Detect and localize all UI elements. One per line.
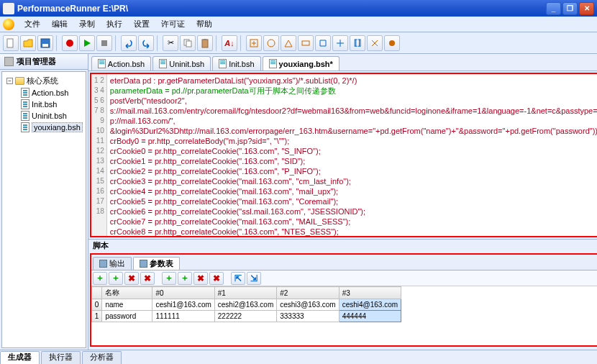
menu-settings[interactable]: 设置: [128, 17, 155, 31]
script-icon: [219, 59, 227, 68]
paste-button[interactable]: [197, 35, 213, 51]
tree-root-label: 核心系统: [27, 76, 58, 86]
tab-params[interactable]: 参数表: [133, 257, 180, 270]
play-button[interactable]: [79, 35, 95, 51]
sidebar-header: 项目管理器: [0, 54, 88, 70]
code-area[interactable]: eterData pd : pr.getParameterDataList("y…: [107, 74, 597, 236]
save-button[interactable]: [37, 35, 53, 51]
import-button[interactable]: ⇱: [231, 272, 245, 285]
titlebar: PerformanceRunner E:\PR\ _ ❐ ✕: [0, 0, 597, 17]
tree-item-init[interactable]: Init.bsh: [4, 99, 84, 110]
svg-rect-0: [7, 39, 13, 47]
clear-button-2[interactable]: ✖: [209, 272, 224, 285]
undo-button[interactable]: [121, 35, 137, 51]
script-icon: [269, 59, 277, 68]
menubar: 文件 编辑 录制 执行 设置 许可证 帮助: [0, 17, 597, 32]
project-tree[interactable]: − 核心系统 Action.bsh Init.bsh Uninit.bsh yo…: [1, 71, 86, 348]
tree-root[interactable]: − 核心系统: [4, 75, 84, 87]
menu-record[interactable]: 录制: [73, 17, 101, 31]
export-button[interactable]: ⇲: [247, 272, 261, 285]
tab-youxiang[interactable]: youxiang.bsh*: [263, 56, 339, 70]
svg-point-10: [268, 40, 275, 47]
tab-init[interactable]: Init.bsh: [212, 56, 260, 70]
menu-help[interactable]: 帮助: [191, 17, 218, 31]
svg-rect-2: [42, 44, 48, 47]
script-tab-label[interactable]: 脚本: [88, 239, 597, 252]
add-col-button-2[interactable]: ＋: [178, 272, 192, 285]
tool-4[interactable]: [298, 35, 314, 51]
app-logo-icon: [3, 19, 14, 30]
svg-rect-8: [204, 39, 206, 40]
bottom-panel: 输出 参数表 ＋ ＋ ✖ ✖ ＋ ＋ ✖ ✖ ⇱ ⇲ 名称#0#1#2#30na…: [90, 253, 597, 347]
footer-tab-executor[interactable]: 执行器: [41, 351, 81, 364]
delete-button[interactable]: ✖: [124, 272, 139, 285]
tool-9[interactable]: [384, 35, 400, 51]
footer-tabbar: 生成器 执行器 分析器: [0, 350, 597, 364]
toolbar: ✂ A↓ ⟦⟧: [0, 32, 597, 54]
footer-tab-generator[interactable]: 生成器: [0, 351, 40, 364]
sidebar: 项目管理器 − 核心系统 Action.bsh Init.bsh Uninit.…: [0, 54, 88, 350]
copy-button[interactable]: [180, 35, 196, 51]
add-row-button-2[interactable]: ＋: [162, 272, 176, 285]
tab-action[interactable]: Action.bsh: [91, 56, 151, 70]
tool-7[interactable]: ⟦⟧: [350, 35, 365, 51]
code-editor[interactable]: 1 2 3 4 5 6 7 8 9 10 11 12 13 14 15 16 1…: [90, 73, 597, 237]
param-toolbar: ＋ ＋ ✖ ✖ ＋ ＋ ✖ ✖ ⇱ ⇲: [91, 270, 597, 286]
sidebar-title: 项目管理器: [17, 56, 56, 67]
tree-item-action[interactable]: Action.bsh: [4, 87, 84, 99]
menu-run[interactable]: 执行: [101, 17, 128, 31]
clear-button[interactable]: ✖: [140, 272, 155, 285]
close-button[interactable]: ✕: [579, 2, 594, 15]
output-icon: [99, 260, 107, 268]
tool-1[interactable]: [246, 35, 262, 51]
tree-item-uninit[interactable]: Uninit.bsh: [4, 110, 84, 122]
panel-icon: [4, 57, 14, 66]
svg-rect-6: [186, 41, 191, 47]
delete-button-2[interactable]: ✖: [193, 272, 208, 285]
script-icon: [98, 59, 106, 68]
redo-button[interactable]: [138, 35, 154, 51]
tool-5[interactable]: [315, 35, 331, 51]
table-icon: [140, 260, 147, 268]
svg-point-12: [389, 40, 395, 46]
footer-tab-analyzer[interactable]: 分析器: [82, 351, 122, 364]
tree-item-youxiang[interactable]: youxiang.bsh: [4, 122, 84, 133]
svg-point-3: [66, 40, 73, 47]
collapse-icon[interactable]: −: [6, 78, 13, 84]
bottom-tabbar: 输出 参数表: [91, 255, 597, 270]
svg-rect-7: [202, 40, 208, 47]
menu-edit[interactable]: 编辑: [46, 17, 73, 31]
cut-button[interactable]: ✂: [163, 35, 178, 51]
tool-3[interactable]: [281, 35, 296, 51]
menu-file[interactable]: 文件: [19, 17, 46, 31]
tool-8[interactable]: [367, 35, 383, 51]
stop-button[interactable]: [96, 35, 112, 51]
add-col-button[interactable]: ＋: [109, 272, 123, 285]
svg-rect-11: [302, 41, 309, 45]
record-button[interactable]: [62, 35, 78, 51]
open-button[interactable]: [20, 35, 36, 51]
folder-icon: [15, 77, 24, 85]
add-row-button[interactable]: ＋: [93, 272, 107, 285]
maximize-button[interactable]: ❐: [562, 2, 578, 15]
param-grid[interactable]: 名称#0#1#2#30nameceshi1@163.comceshi2@163.…: [91, 286, 597, 345]
menu-license[interactable]: 许可证: [155, 17, 191, 31]
script-icon: [21, 88, 29, 98]
editor-tabbar: Action.bsh Uninit.bsh Init.bsh youxiang.…: [88, 54, 597, 71]
new-button[interactable]: [3, 35, 19, 51]
line-gutter: 1 2 3 4 5 6 7 8 9 10 11 12 13 14 15 16 1…: [91, 74, 107, 236]
tool-6[interactable]: [332, 35, 348, 51]
tab-output[interactable]: 输出: [93, 257, 132, 270]
script-icon: [21, 99, 29, 109]
script-icon: [159, 59, 167, 68]
tool-2[interactable]: [263, 35, 279, 51]
script-icon: [21, 111, 29, 121]
font-button[interactable]: A↓: [222, 35, 237, 51]
script-icon: [21, 122, 29, 132]
minimize-button[interactable]: _: [546, 2, 561, 15]
svg-rect-4: [101, 40, 107, 46]
app-icon: [3, 3, 14, 14]
tab-uninit[interactable]: Uninit.bsh: [152, 56, 211, 70]
window-title: PerformanceRunner E:\PR\: [17, 4, 546, 14]
